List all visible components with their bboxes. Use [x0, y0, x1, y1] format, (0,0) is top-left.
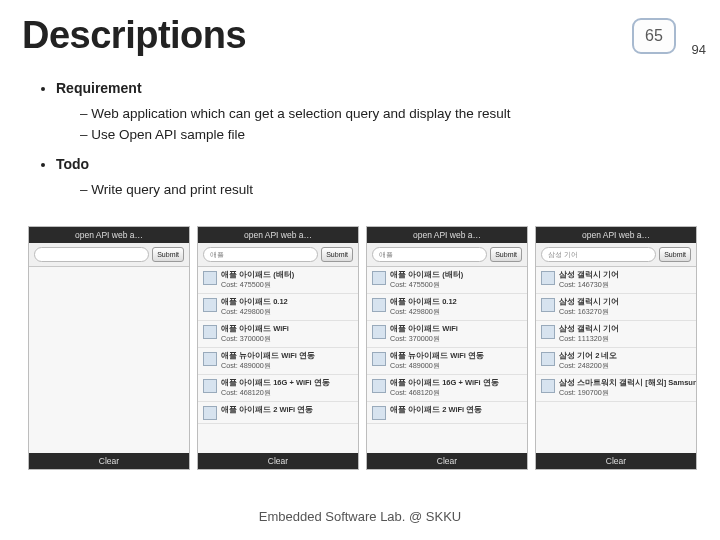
- search-input[interactable]: [34, 247, 149, 262]
- title-bar: open API web a…: [198, 227, 358, 243]
- item-cost: Cost: 146730원: [559, 280, 691, 290]
- submit-button[interactable]: Submit: [659, 247, 691, 262]
- product-icon: [541, 379, 555, 393]
- item-title: 애플 아이패드 2 WiFi 연동: [390, 405, 522, 415]
- list-item-text: 애플 아이패드 0.12Cost: 429800원: [390, 297, 522, 317]
- list-item[interactable]: 애플 아이패드 WiFiCost: 370000원: [367, 321, 527, 348]
- list-item[interactable]: 애플 아이패드 WiFiCost: 370000원: [198, 321, 358, 348]
- page-badge: 65: [632, 18, 676, 54]
- product-icon: [541, 325, 555, 339]
- submit-button[interactable]: Submit: [490, 247, 522, 262]
- bullet-sub-requirement: Web application which can get a selectio…: [56, 104, 690, 146]
- bullet-item: Use Open API sample file: [80, 125, 690, 146]
- bullet-list: Requirement Web application which can ge…: [42, 78, 690, 201]
- result-list: [29, 267, 189, 453]
- footer: Embedded Software Lab. @ SKKU: [0, 509, 720, 524]
- list-item[interactable]: 삼성 갤럭시 기어Cost: 111320원: [536, 321, 696, 348]
- clear-button[interactable]: Clear: [367, 453, 527, 469]
- bullet-heading: Todo: [56, 156, 89, 172]
- list-item-text: 애플 아이패드 (배터)Cost: 475500원: [390, 270, 522, 290]
- clear-button[interactable]: Clear: [29, 453, 189, 469]
- result-list: 삼성 갤럭시 기어Cost: 146730원삼성 갤럭시 기어Cost: 163…: [536, 267, 696, 453]
- product-icon: [203, 325, 217, 339]
- list-item-text: 애플 아이패드 WiFiCost: 370000원: [390, 324, 522, 344]
- thumbnail-row: open API web a…SubmitClearopen API web a…: [28, 226, 697, 470]
- list-item-text: 애플 뉴아이패드 WiFi 연동Cost: 489000원: [390, 351, 522, 371]
- item-cost: Cost: 370000원: [390, 334, 522, 344]
- bullet-requirement: Requirement Web application which can ge…: [56, 78, 690, 146]
- product-icon: [203, 379, 217, 393]
- product-icon: [372, 352, 386, 366]
- app-screenshot: open API web a…삼성 기어Submit삼성 갤럭시 기어Cost:…: [535, 226, 697, 470]
- list-item[interactable]: 삼성 갤럭시 기어Cost: 163270원: [536, 294, 696, 321]
- search-input[interactable]: 애플: [203, 247, 318, 262]
- submit-button[interactable]: Submit: [321, 247, 353, 262]
- result-list: 애플 아이패드 (배터)Cost: 475500원애플 아이패드 0.12Cos…: [367, 267, 527, 453]
- list-item[interactable]: 애플 아이패드 2 WiFi 연동: [198, 402, 358, 424]
- item-cost: Cost: 475500원: [221, 280, 353, 290]
- list-item[interactable]: 애플 뉴아이패드 WiFi 연동Cost: 489000원: [367, 348, 527, 375]
- item-cost: Cost: 163270원: [559, 307, 691, 317]
- item-cost: Cost: 370000원: [221, 334, 353, 344]
- search-input[interactable]: 애플: [372, 247, 487, 262]
- item-title: 삼성 기어 2 네오: [559, 351, 691, 361]
- list-item[interactable]: 애플 아이패드 16G + WiFi 연동Cost: 468120원: [198, 375, 358, 402]
- product-icon: [541, 298, 555, 312]
- list-item-text: 삼성 갤럭시 기어Cost: 163270원: [559, 297, 691, 317]
- list-item-text: 삼성 갤럭시 기어Cost: 111320원: [559, 324, 691, 344]
- list-item[interactable]: 애플 아이패드 0.12Cost: 429800원: [198, 294, 358, 321]
- list-item[interactable]: 애플 뉴아이패드 WiFi 연동Cost: 489000원: [198, 348, 358, 375]
- item-title: 애플 아이패드 2 WiFi 연동: [221, 405, 353, 415]
- list-item[interactable]: 애플 아이패드 0.12Cost: 429800원: [367, 294, 527, 321]
- item-title: 애플 아이패드 0.12: [390, 297, 522, 307]
- item-cost: Cost: 429800원: [390, 307, 522, 317]
- page-number-small: 94: [692, 42, 706, 57]
- item-title: 애플 아이패드 (배터): [221, 270, 353, 280]
- list-item[interactable]: 애플 아이패드 16G + WiFi 연동Cost: 468120원: [367, 375, 527, 402]
- app-screenshot: open API web a…애플Submit애플 아이패드 (배터)Cost:…: [197, 226, 359, 470]
- item-title: 삼성 갤럭시 기어: [559, 324, 691, 334]
- item-title: 삼성 스마트워치 갤럭시 [해외] Samsung Galaxy Gear Sm…: [559, 378, 696, 388]
- product-icon: [372, 298, 386, 312]
- clear-button[interactable]: Clear: [536, 453, 696, 469]
- item-title: 삼성 갤럭시 기어: [559, 297, 691, 307]
- item-title: 애플 아이패드 16G + WiFi 연동: [390, 378, 522, 388]
- list-item-text: 애플 아이패드 2 WiFi 연동: [390, 405, 522, 415]
- item-cost: Cost: 468120원: [221, 388, 353, 398]
- list-item[interactable]: 애플 아이패드 2 WiFi 연동: [367, 402, 527, 424]
- item-cost: Cost: 475500원: [390, 280, 522, 290]
- app-screenshot: open API web a…SubmitClear: [28, 226, 190, 470]
- item-cost: Cost: 468120원: [390, 388, 522, 398]
- title-bar: open API web a…: [29, 227, 189, 243]
- item-cost: Cost: 248200원: [559, 361, 691, 371]
- list-item-text: 애플 아이패드 2 WiFi 연동: [221, 405, 353, 415]
- list-item[interactable]: 삼성 갤럭시 기어Cost: 146730원: [536, 267, 696, 294]
- list-item[interactable]: 삼성 스마트워치 갤럭시 [해외] Samsung Galaxy Gear Sm…: [536, 375, 696, 402]
- item-title: 애플 뉴아이패드 WiFi 연동: [390, 351, 522, 361]
- submit-button[interactable]: Submit: [152, 247, 184, 262]
- list-item-text: 애플 뉴아이패드 WiFi 연동Cost: 489000원: [221, 351, 353, 371]
- item-cost: Cost: 429800원: [221, 307, 353, 317]
- list-item[interactable]: 애플 아이패드 (배터)Cost: 475500원: [367, 267, 527, 294]
- list-item-text: 애플 아이패드 16G + WiFi 연동Cost: 468120원: [221, 378, 353, 398]
- clear-button[interactable]: Clear: [198, 453, 358, 469]
- item-cost: Cost: 489000원: [221, 361, 353, 371]
- list-item[interactable]: 애플 아이패드 (배터)Cost: 475500원: [198, 267, 358, 294]
- list-item-text: 삼성 기어 2 네오Cost: 248200원: [559, 351, 691, 371]
- app-screenshot: open API web a…애플Submit애플 아이패드 (배터)Cost:…: [366, 226, 528, 470]
- product-icon: [372, 271, 386, 285]
- item-title: 애플 아이패드 16G + WiFi 연동: [221, 378, 353, 388]
- product-icon: [541, 271, 555, 285]
- search-input[interactable]: 삼성 기어: [541, 247, 656, 262]
- item-title: 애플 아이패드 (배터): [390, 270, 522, 280]
- product-icon: [203, 406, 217, 420]
- slide: Descriptions 65 94 Requirement Web appli…: [0, 0, 720, 540]
- list-item-text: 애플 아이패드 16G + WiFi 연동Cost: 468120원: [390, 378, 522, 398]
- search-row: 애플Submit: [367, 243, 527, 267]
- item-title: 삼성 갤럭시 기어: [559, 270, 691, 280]
- search-row: 애플Submit: [198, 243, 358, 267]
- search-row: Submit: [29, 243, 189, 267]
- list-item[interactable]: 삼성 기어 2 네오Cost: 248200원: [536, 348, 696, 375]
- item-cost: Cost: 190700원: [559, 388, 696, 398]
- product-icon: [541, 352, 555, 366]
